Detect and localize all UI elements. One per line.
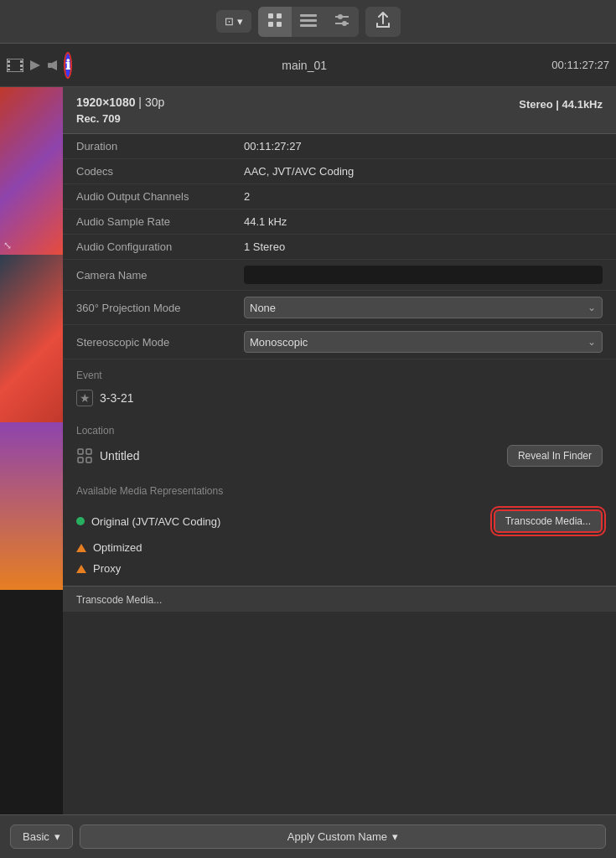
event-item: ★ 3-3-21: [63, 385, 616, 415]
prop-camera-name: Camera Name: [63, 260, 616, 291]
prop-duration: Duration 00:11:27:27: [63, 134, 616, 159]
prop-stereoscopic-mode: Stereoscopic Mode Monoscopic Side by Sid…: [63, 325, 616, 359]
location-section-header: Location: [63, 415, 616, 440]
grid-location-icon: [77, 448, 92, 463]
tooltip-text: Transcode Media...: [76, 594, 162, 606]
stereoscopic-select-wrapper: Monoscopic Side by Side Over/Under: [244, 331, 603, 353]
prop-label-projection-mode: 360° Projection Mode: [76, 302, 244, 314]
svg-rect-6: [300, 24, 317, 27]
prop-label-stereoscopic-mode: Stereoscopic Mode: [76, 336, 244, 349]
basic-button[interactable]: Basic ▾: [10, 824, 73, 849]
audio-separator: |: [556, 98, 562, 111]
prop-label-audio-channels: Audio Output Channels: [76, 190, 244, 203]
svg-rect-12: [8, 60, 10, 63]
main-area: ⤡ 1920×1080 | 30p Stereo | 44.1kHz Rec. …: [0, 87, 616, 814]
sample-rate: 44.1kHz: [562, 98, 603, 111]
svg-marker-18: [30, 60, 40, 70]
list-icon: [300, 13, 317, 27]
dropdown-arrow: ▾: [237, 15, 243, 28]
svg-rect-23: [78, 457, 83, 463]
transcode-media-button[interactable]: Transcode Media...: [494, 509, 603, 533]
prop-value-audio-sample-rate: 44.1 kHz: [244, 215, 603, 228]
apply-label: Apply Custom Name: [287, 830, 387, 843]
sliders-view-button[interactable]: [325, 8, 359, 35]
reveal-in-finder-button[interactable]: Reveal In Finder: [507, 445, 603, 467]
sliders-icon: [334, 13, 350, 27]
prop-codecs: Codecs AAC, JVT/AVC Coding: [63, 159, 616, 184]
resolution-display: 1920×1080 | 30p: [76, 96, 164, 109]
properties-table: Duration 00:11:27:27 Codecs AAC, JVT/AVC…: [63, 134, 616, 359]
apply-custom-name-button[interactable]: Apply Custom Name ▾: [80, 824, 606, 849]
projection-mode-select[interactable]: None Equirectangular Cubic: [244, 297, 603, 318]
svg-rect-13: [8, 65, 10, 67]
prop-value-codecs: AAC, JVT/AVC Coding: [244, 165, 603, 178]
video-thumbnail-3: [0, 422, 63, 590]
svg-rect-22: [86, 449, 91, 454]
audio-format: Stereo: [519, 98, 552, 111]
media-section-title: Available Media Representations: [76, 485, 603, 497]
bottom-toolbar: Basic ▾ Apply Custom Name ▾: [0, 814, 616, 858]
svg-rect-17: [20, 69, 23, 70]
svg-rect-14: [8, 69, 10, 70]
speaker-button[interactable]: [47, 53, 60, 78]
prop-value-duration: 00:11:27:27: [244, 140, 603, 152]
media-rep-optimized: Optimized: [76, 537, 603, 558]
media-rep-name-proxy: Proxy: [93, 562, 603, 575]
expand-icon: ⤡: [3, 240, 12, 251]
svg-rect-2: [268, 22, 273, 27]
prop-audio-channels: Audio Output Channels 2: [63, 184, 616, 209]
info-bar: ℹ main_01 00:11:27:27: [0, 44, 616, 87]
event-star-icon: ★: [76, 390, 93, 406]
flag-button[interactable]: [28, 53, 42, 78]
svg-point-10: [342, 21, 347, 26]
projection-select-wrapper: None Equirectangular Cubic: [244, 297, 603, 318]
svg-rect-0: [268, 13, 273, 18]
event-section-header: Event: [63, 359, 616, 385]
svg-rect-16: [20, 65, 23, 67]
svg-rect-24: [86, 457, 91, 463]
tooltip-bar: Transcode Media...: [63, 586, 616, 612]
media-representations-section: Available Media Representations Original…: [63, 475, 616, 586]
grid-icon: [267, 12, 283, 28]
apply-chevron-icon: ▾: [392, 830, 398, 843]
prop-value-audio-config: 1 Stereo: [244, 240, 603, 253]
prop-label-audio-sample-rate: Audio Sample Rate: [76, 215, 244, 228]
svg-rect-3: [277, 22, 282, 27]
resolution-separator: |: [138, 96, 145, 109]
status-dot-orange-proxy: [76, 565, 86, 573]
share-icon: [375, 12, 391, 28]
media-rep-proxy: Proxy: [76, 558, 603, 579]
prop-label-audio-config: Audio Configuration: [76, 240, 244, 253]
basic-label: Basic: [23, 830, 49, 843]
video-thumbnail-1: ⤡: [0, 87, 63, 255]
location-item: Untitled Reveal In Finder: [63, 440, 616, 475]
prop-label-codecs: Codecs: [76, 165, 244, 178]
location-name: Untitled: [100, 449, 500, 463]
svg-rect-4: [300, 14, 317, 17]
clip-title: main_01: [62, 59, 546, 72]
status-dot-orange-optimized: [76, 544, 86, 552]
playback-controls: ℹ: [7, 53, 57, 78]
share-button[interactable]: [365, 7, 401, 37]
info-panel: 1920×1080 | 30p Stereo | 44.1kHz Rec. 70…: [63, 87, 616, 814]
basic-chevron-icon: ▾: [54, 830, 60, 843]
svg-marker-20: [52, 60, 57, 70]
flag-icon: [28, 59, 42, 72]
filmstrip-icon: [7, 59, 23, 72]
frame-rate-value: 30p: [145, 96, 164, 109]
svg-rect-1: [277, 13, 282, 18]
media-info-header: 1920×1080 | 30p Stereo | 44.1kHz Rec. 70…: [63, 87, 616, 134]
film-strip-button[interactable]: [7, 53, 23, 78]
grid-view-button[interactable]: [258, 7, 292, 37]
prop-label-duration: Duration: [76, 140, 244, 152]
svg-rect-5: [300, 19, 317, 22]
prop-audio-config: Audio Configuration 1 Stereo: [63, 235, 616, 260]
status-dot-green: [76, 517, 85, 525]
speaker-icon: [47, 59, 60, 72]
list-view-button[interactable]: [292, 8, 325, 35]
screen-button[interactable]: ⊡ ▾: [216, 10, 251, 33]
prop-label-camera-name: Camera Name: [76, 269, 244, 282]
view-switcher: [258, 7, 359, 37]
stereoscopic-mode-select[interactable]: Monoscopic Side by Side Over/Under: [244, 331, 603, 353]
camera-name-input[interactable]: [244, 266, 603, 284]
